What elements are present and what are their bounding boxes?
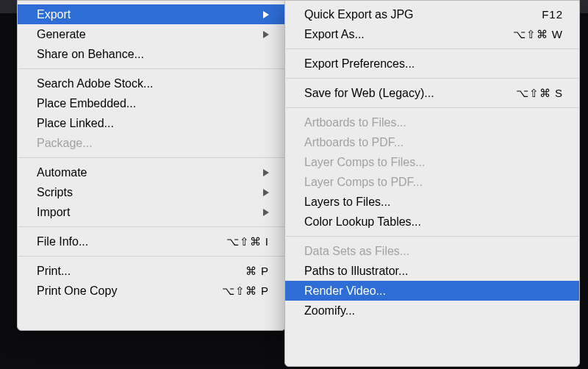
- menu-item-label: Color Lookup Tables...: [304, 215, 421, 229]
- menu-item-paths-to-illustrator[interactable]: Paths to Illustrator...: [285, 261, 579, 281]
- menu-item-shortcut: F12: [542, 8, 563, 21]
- menu-item-print-one-copy[interactable]: Print One Copy⌥⇧⌘ P: [18, 281, 285, 301]
- menu-item-label: Paths to Illustrator...: [304, 265, 408, 278]
- menu-item-print[interactable]: Print...⌘ P: [18, 261, 285, 281]
- menu-separator: [286, 49, 578, 49]
- menu-item-label: Automate: [37, 166, 87, 179]
- menu-item-file-info[interactable]: File Info...⌥⇧⌘ I: [18, 232, 285, 251]
- menu-separator: [18, 256, 284, 257]
- menu-item-label: Search Adobe Stock...: [37, 77, 153, 90]
- menu-item-label: Print One Copy: [37, 284, 117, 298]
- menu-item-label: Export As...: [304, 28, 365, 41]
- menu-item-label: Layer Comps to Files...: [304, 156, 426, 169]
- menu-item-label: Share on Behance...: [37, 48, 144, 61]
- menu-separator: [18, 226, 284, 227]
- menu-item-label: Generate: [37, 28, 86, 41]
- submenu-arrow-icon: [263, 31, 269, 38]
- menu-item-export-as[interactable]: Export As...⌥⇧⌘ W: [285, 24, 579, 44]
- menu-item-label: Export Preferences...: [304, 57, 415, 71]
- menu-item-label: Artboards to Files...: [304, 116, 406, 129]
- menu-item-layer-comps-to-files: Layer Comps to Files...: [285, 152, 579, 172]
- menu-item-label: Print...: [37, 265, 71, 278]
- menu-separator: [286, 236, 578, 237]
- menu-item-save-for-web[interactable]: Save for Web (Legacy)...⌥⇧⌘ S: [285, 83, 579, 103]
- menu-separator: [18, 68, 284, 69]
- menu-item-label: Render Video...: [304, 284, 386, 298]
- menu-item-shortcut: ⌥⇧⌘ W: [513, 28, 563, 41]
- menu-item-label: Save for Web (Legacy)...: [304, 87, 434, 100]
- submenu-arrow-icon: [263, 169, 269, 176]
- menu-item-label: Import: [37, 206, 70, 219]
- menu-item-export[interactable]: Export: [18, 4, 285, 24]
- app-background: ExportGenerateShare on Behance...Search …: [0, 0, 588, 369]
- menu-item-label: Quick Export as JPG: [304, 8, 414, 21]
- menu-item-label: Place Embedded...: [37, 97, 136, 110]
- menu-item-label: Data Sets as Files...: [304, 245, 409, 258]
- menu-item-place-embedded[interactable]: Place Embedded...: [18, 93, 285, 113]
- menu-item-layer-comps-to-pdf: Layer Comps to PDF...: [285, 172, 579, 192]
- menu-item-import[interactable]: Import: [18, 202, 285, 222]
- menu-item-label: Layer Comps to PDF...: [304, 176, 423, 189]
- menu-item-quick-export-jpg[interactable]: Quick Export as JPGF12: [285, 4, 579, 24]
- menu-item-label: Place Linked...: [37, 117, 114, 130]
- menu-item-shortcut: ⌥⇧⌘ I: [226, 235, 269, 248]
- submenu-arrow-icon: [263, 189, 269, 196]
- menu-item-label: Artboards to PDF...: [304, 136, 404, 149]
- menu-item-label: Layers to Files...: [304, 196, 390, 209]
- menu-item-label: Package...: [37, 137, 93, 150]
- menu-item-label: File Info...: [37, 235, 88, 248]
- menu-separator: [286, 107, 578, 108]
- menu-item-data-sets-as-files: Data Sets as Files...: [285, 241, 579, 261]
- export-submenu[interactable]: Quick Export as JPGF12Export As...⌥⇧⌘ WE…: [284, 0, 580, 367]
- menu-item-label: Export: [37, 8, 71, 21]
- menu-item-generate[interactable]: Generate: [18, 24, 285, 44]
- menu-item-search-adobe-stock[interactable]: Search Adobe Stock...: [18, 74, 285, 93]
- menu-item-zoomify[interactable]: Zoomify...: [285, 301, 579, 320]
- menu-separator: [286, 78, 578, 79]
- menu-item-package: Package...: [18, 133, 285, 153]
- menu-item-artboards-to-files: Artboards to Files...: [285, 112, 579, 132]
- menu-item-shortcut: ⌘ P: [245, 265, 269, 278]
- submenu-arrow-icon: [263, 11, 269, 18]
- menu-item-place-linked[interactable]: Place Linked...: [18, 113, 285, 133]
- menu-item-render-video[interactable]: Render Video...: [285, 281, 579, 301]
- menu-item-export-preferences[interactable]: Export Preferences...: [285, 54, 579, 74]
- menu-item-shortcut: ⌥⇧⌘ P: [222, 284, 269, 298]
- menu-separator: [18, 157, 284, 158]
- submenu-arrow-icon: [263, 209, 269, 216]
- menu-item-label: Zoomify...: [304, 304, 355, 318]
- menu-item-scripts[interactable]: Scripts: [18, 182, 285, 202]
- menu-item-color-lookup-tables[interactable]: Color Lookup Tables...: [285, 212, 579, 232]
- menu-item-shortcut: ⌥⇧⌘ S: [516, 87, 563, 100]
- menu-item-artboards-to-pdf: Artboards to PDF...: [285, 132, 579, 152]
- file-menu[interactable]: ExportGenerateShare on Behance...Search …: [17, 0, 286, 331]
- menu-item-share-behance[interactable]: Share on Behance...: [18, 44, 285, 64]
- menu-item-layers-to-files[interactable]: Layers to Files...: [285, 192, 579, 212]
- menu-item-automate[interactable]: Automate: [18, 162, 285, 182]
- menu-item-label: Scripts: [37, 186, 73, 199]
